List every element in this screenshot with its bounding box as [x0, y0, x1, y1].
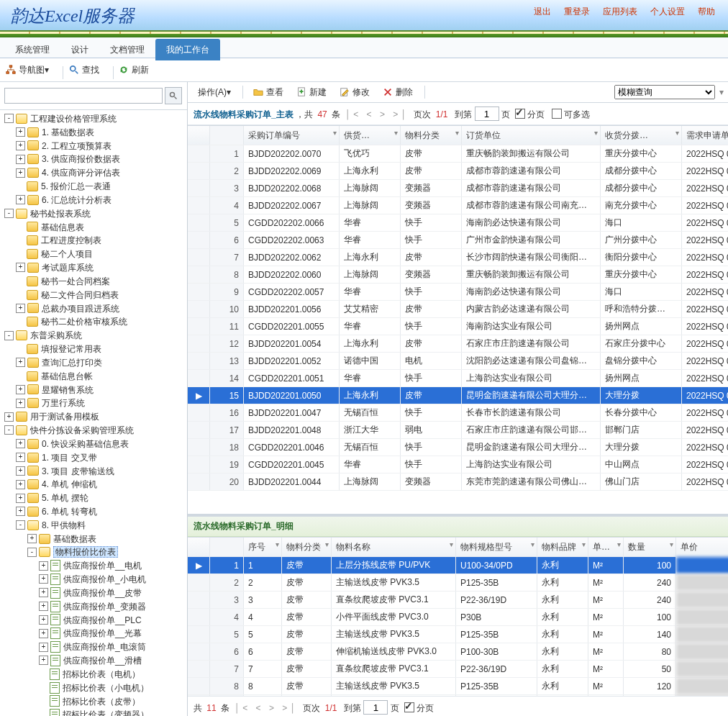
tree-toggle[interactable]: + — [39, 561, 48, 571]
tree-toggle[interactable]: + — [16, 453, 25, 462]
tree-item[interactable]: 3. 项目 皮带输送线 — [42, 466, 114, 476]
tree-toggle[interactable]: - — [4, 331, 14, 340]
tree-toggle[interactable]: + — [39, 602, 48, 611]
tree-toggle[interactable]: + — [16, 399, 25, 408]
tree-toggle[interactable]: + — [39, 615, 48, 625]
table-row[interactable]: 4BJDD202202.0067上海脉阔变频器成都市蓉韵速递有限公司南充…南充分… — [188, 197, 728, 214]
tree-toggle[interactable]: + — [39, 629, 48, 638]
detail-goto-input[interactable] — [363, 700, 388, 715]
tree-toggle[interactable]: + — [16, 385, 25, 394]
table-row[interactable]: 2BJDD202202.0069上海永利皮带成都市蓉韵速递有限公司成都分拨中心2… — [188, 163, 728, 180]
tree-search-input[interactable] — [4, 88, 163, 104]
tree-toggle[interactable]: - — [27, 548, 37, 557]
tree-item[interactable]: 4. 供应商评分评估表 — [42, 168, 120, 178]
nav-tree[interactable]: -工程建设价格管理系统+1. 基础数据表+2. 工程立项预算表+3. 供应商报价… — [3, 112, 186, 716]
tree-search-go[interactable] — [165, 87, 182, 104]
tree-item[interactable]: 5. 报价汇总一表通 — [41, 181, 111, 191]
fuzzy-search-select[interactable]: 模糊查询 — [614, 85, 715, 99]
main-tab[interactable]: 我的工作台 — [155, 39, 220, 60]
tree-item[interactable]: 用于测试备用模板 — [30, 412, 99, 422]
tree-item[interactable]: 供应商报价单_电滚筒 — [63, 642, 146, 652]
column-header[interactable]: 收货分拨…▾ — [601, 126, 682, 145]
table-row[interactable]: 66皮带伸缩机输送线皮带 PVK3.0P100-30B永利M²80 — [188, 643, 728, 661]
table-row[interactable]: 10BJDD202201.0056艾艾精密皮带内蒙古韵必达速递有限公司呼和浩特分… — [188, 301, 728, 318]
column-header[interactable]: 数量▾ — [624, 538, 676, 557]
tree-item[interactable]: 6. 汇总统计分析表 — [42, 195, 112, 205]
tree-item[interactable]: 6. 单机 转弯机 — [42, 507, 97, 517]
top-link[interactable]: 应用列表 — [603, 6, 637, 17]
tree-item[interactable]: 东普采购系统 — [30, 330, 82, 340]
tree-item[interactable]: 填报登记常用表 — [41, 344, 101, 354]
table-row[interactable]: 17BJDD202201.0048浙江大华弱电石家庄市庄韵速递有限公司邯…邯郸门… — [188, 422, 728, 439]
edit-button[interactable]: 修改 — [334, 83, 376, 101]
multiselect-checkbox[interactable] — [552, 109, 562, 119]
column-header[interactable]: 序号▾ — [244, 538, 282, 557]
top-link[interactable]: 帮助 — [698, 6, 715, 17]
column-header[interactable]: 采购订单编号▾ — [244, 126, 340, 145]
tree-item[interactable]: 供应商报价单__滑槽 — [63, 656, 142, 666]
tree-item[interactable]: 供应商报价单_小电机 — [63, 574, 146, 584]
tree-toggle[interactable]: - — [4, 209, 14, 218]
nav-refresh-button[interactable]: 刷新 — [119, 58, 149, 81]
delete-button[interactable]: 删除 — [377, 83, 419, 101]
tree-toggle[interactable]: + — [16, 263, 25, 272]
table-row[interactable]: 16BJDD202201.0047无锡百恒快手长春市长韵速递有限公司长春分拨中心… — [188, 404, 728, 422]
tree-toggle[interactable]: + — [16, 507, 25, 516]
table-row[interactable]: 33皮带直条纹爬坡皮带 PVC3.1P22-36/19D永利M²240 — [188, 592, 728, 609]
paging-checkbox[interactable] — [515, 109, 525, 119]
detail-pager-arrows[interactable]: │< < > >│ — [235, 703, 299, 713]
tree-toggle[interactable]: + — [16, 466, 25, 476]
tree-item[interactable]: 5. 单机 摆轮 — [42, 493, 88, 503]
tree-item[interactable]: 考试题库系统 — [42, 263, 94, 273]
column-header[interactable]: 物料规格型号▾ — [456, 538, 537, 557]
tree-item[interactable]: 4. 单机 伸缩机 — [42, 479, 97, 489]
table-row[interactable]: 7BJDD202202.0062上海永利皮带长沙市阔韵快递有限公司衡阳…衡阳分拨… — [188, 249, 728, 266]
table-row[interactable]: 11CGDD202201.0055华睿快手海南韵达实业有限公司扬州网点2022H… — [188, 318, 728, 335]
tree-toggle[interactable]: + — [16, 494, 25, 503]
detail-data-grid[interactable]: 序号▾物料分类▾物料名称▾物料规格型号▾物料品牌▾单…▾数量▾单价▾含税…▾▶1… — [188, 537, 728, 696]
column-header[interactable]: 物料分类▾ — [282, 538, 332, 557]
table-row[interactable]: 18CGDD202201.0046无锡百恒快手昆明金韵速递有限公司大理分…大理分… — [188, 439, 728, 456]
pager-arrows[interactable]: │< < > >│ — [345, 109, 409, 119]
tree-item[interactable]: 基础信息表 — [41, 222, 84, 232]
tree-item[interactable]: 万里行系统 — [42, 398, 85, 408]
tree-item[interactable]: 秘书一处合同档案 — [41, 276, 110, 286]
tree-toggle[interactable]: + — [39, 656, 48, 665]
tree-item[interactable]: 招标比价表（皮带） — [63, 696, 140, 706]
tree-item[interactable]: 3. 供应商报价数据表 — [42, 154, 120, 164]
tree-item[interactable]: 招标比价表（小电机） — [63, 683, 149, 693]
column-header[interactable]: 单价▾ — [676, 538, 729, 557]
table-row[interactable]: 14CGDD202201.0051华睿快手上海韵达实业有限公司扬州网点2022H… — [188, 370, 728, 387]
tree-toggle[interactable]: + — [16, 480, 25, 489]
tree-toggle[interactable]: - — [4, 425, 14, 435]
tree-item[interactable]: 工程进度控制表 — [41, 235, 101, 245]
top-link[interactable]: 个人设置 — [650, 6, 685, 17]
tree-item[interactable]: 秘书二处价格审核系统 — [41, 317, 127, 327]
column-header[interactable]: 物料分类▾ — [401, 126, 462, 145]
tree-item[interactable]: 供应商报价单__皮带 — [63, 588, 142, 598]
tree-item[interactable]: 2. 工程立项预算表 — [42, 140, 112, 150]
top-link[interactable]: 重登录 — [564, 6, 590, 17]
table-row[interactable]: 88皮带主输送线皮带 PVK3.5P125-35B永利M²120 — [188, 678, 728, 695]
table-row[interactable]: 77皮带直条纹爬坡皮带 PVC3.1P22-36/19D永利M²50 — [188, 661, 728, 678]
table-row[interactable]: 5CGDD202202.0066华睿快手海南韵必达快递有限公司海口2022HSQ… — [188, 214, 728, 232]
goto-page-input[interactable] — [475, 107, 499, 121]
tree-toggle[interactable]: + — [4, 412, 14, 422]
tree-item[interactable]: 秘书处报表系统 — [30, 209, 91, 219]
tree-item[interactable]: 物料报价比价表 — [53, 546, 118, 558]
tree-item[interactable]: 招标比价表（变频器） — [63, 710, 149, 716]
table-row[interactable]: 22皮带主输送线皮带 PVK3.5P125-35B永利M²240 — [188, 574, 728, 592]
table-row[interactable]: 1BJDD202202.0070飞优巧皮带重庆畅韵装卸搬运有限公司重庆分拨中心2… — [188, 145, 728, 163]
tree-toggle[interactable]: + — [16, 127, 25, 137]
tree-item[interactable]: 8. 甲供物料 — [42, 520, 86, 530]
column-header[interactable]: 需求申请单编号▾ — [682, 126, 729, 145]
tree-toggle[interactable]: + — [16, 439, 25, 448]
tree-toggle[interactable]: + — [16, 155, 25, 164]
tree-item[interactable]: 快件分拣设备采购管理系统 — [30, 425, 134, 435]
tree-item[interactable]: 查询汇总打印类 — [42, 358, 102, 368]
column-header[interactable]: 单…▾ — [588, 538, 624, 557]
column-header[interactable]: 订货单位▾ — [462, 126, 601, 145]
tree-toggle[interactable]: - — [4, 114, 14, 123]
tree-item[interactable]: 秘二个人项目 — [41, 249, 93, 259]
tree-toggle[interactable]: + — [16, 141, 25, 150]
